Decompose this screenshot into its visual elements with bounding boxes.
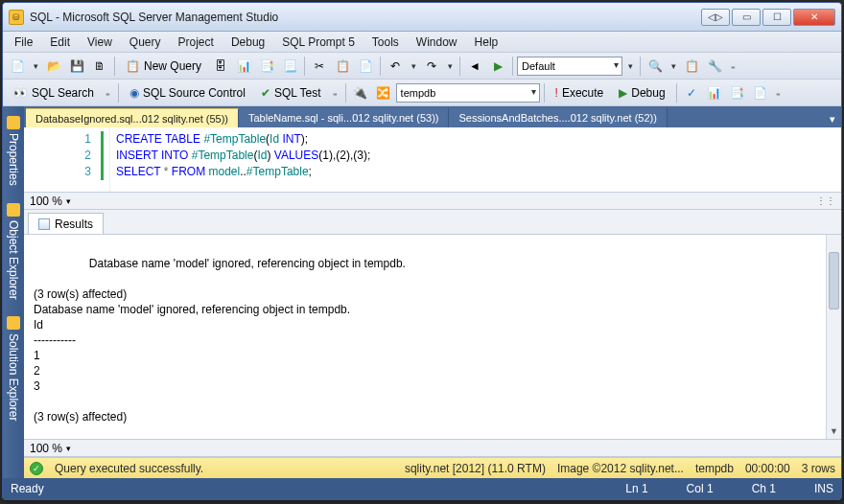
redo-button[interactable]: ↷ <box>421 56 442 77</box>
window-controls: ◁▷ ▭ ☐ ✕ <box>701 9 835 26</box>
menu-help[interactable]: Help <box>467 34 506 51</box>
results-zoom-dropdown-icon[interactable]: ▾ <box>66 444 71 453</box>
change-connection-button[interactable]: 🔀 <box>373 82 394 103</box>
new-project-dropdown[interactable]: ▾ <box>30 61 41 71</box>
object-explorer-icon <box>7 203 20 217</box>
intellisense-button[interactable]: 📄 <box>750 82 771 103</box>
scroll-down-icon[interactable]: ▼ <box>827 424 841 439</box>
solution-explorer-icon <box>7 316 20 330</box>
minimize-button[interactable]: ▭ <box>732 9 761 26</box>
menu-query[interactable]: Query <box>122 34 169 51</box>
close-button[interactable]: ✕ <box>793 9 835 26</box>
sql-test-caret[interactable]: ₌ <box>330 88 341 98</box>
connect-button[interactable]: 🔌 <box>350 82 371 103</box>
editor-zoom-value[interactable]: 100 % <box>30 195 62 208</box>
menu-file[interactable]: File <box>7 34 40 51</box>
save-all-button[interactable]: 🗎 <box>89 56 110 77</box>
code-area[interactable]: CREATE TABLE #TempTable(Id INT);INSERT I… <box>110 127 841 192</box>
status-col: Col 1 <box>687 482 714 495</box>
results-scrollbar[interactable]: ▲ ▼ <box>826 235 841 439</box>
estimated-plan-button[interactable]: 📊 <box>704 82 725 103</box>
db-engine-query-button[interactable]: 🗄 <box>210 56 231 77</box>
execute-icon: ! <box>555 86 558 100</box>
tab-sessions-batches[interactable]: SessionsAndBatches....012 sqlity.net (52… <box>449 108 667 127</box>
toolbox-button[interactable]: 🔧 <box>704 56 725 77</box>
properties-button[interactable]: 📋 <box>681 56 702 77</box>
menu-tools[interactable]: Tools <box>364 34 407 51</box>
new-project-button[interactable]: 📄 <box>7 56 28 77</box>
restore-left-button[interactable]: ◁▷ <box>701 9 730 26</box>
debug-icon: ▶ <box>619 86 627 100</box>
sidebar-tab-solution-explorer[interactable]: Solution Explorer <box>5 310 22 426</box>
undo-dropdown[interactable]: ▾ <box>408 61 419 71</box>
nav-back-button[interactable]: ◄ <box>464 56 485 77</box>
sql-source-control-label: SQL Source Control <box>143 86 246 100</box>
toolbar-secondary: 👀 SQL Search ₌ ◉ SQL Source Control ✔ SQ… <box>3 80 841 106</box>
split-icon[interactable]: ⋮⋮ <box>816 195 835 206</box>
execute-button[interactable]: ! Execute <box>549 82 611 103</box>
find-dropdown[interactable]: ▾ <box>668 61 679 71</box>
debug-button[interactable]: ▶ Debug <box>612 82 671 103</box>
menu-view[interactable]: View <box>80 34 120 51</box>
dmx-query-button[interactable]: 📃 <box>279 56 300 77</box>
config-dropdown-caret[interactable]: ▾ <box>624 61 636 71</box>
parse-button[interactable]: ✓ <box>681 82 702 103</box>
tab-table-name[interactable]: TableName.sql - sqli...012 sqlity.net (5… <box>239 108 450 127</box>
menu-project[interactable]: Project <box>171 34 222 51</box>
copy-button[interactable]: 📋 <box>332 56 353 77</box>
titlebar[interactable]: ⛁ SQL - Microsoft SQL Server Management … <box>3 3 841 32</box>
new-query-icon: 📋 <box>126 59 140 73</box>
results-panel[interactable]: Database name 'model' ignored, referenci… <box>24 235 841 440</box>
results-icon <box>38 218 50 230</box>
paste-button[interactable]: 📄 <box>355 56 376 77</box>
sidebar-tab-properties[interactable]: Properties <box>5 110 22 192</box>
tab-database-ignored[interactable]: DatabaseIgnored.sql...012 sqlity.net (55… <box>26 108 239 127</box>
sql-search-button[interactable]: 👀 SQL Search <box>7 82 101 103</box>
new-query-label: New Query <box>144 59 201 73</box>
solution-config-dropdown[interactable]: Default <box>517 57 622 76</box>
sql-search-label: SQL Search <box>32 86 94 100</box>
document-tabs: DatabaseIgnored.sql...012 sqlity.net (55… <box>24 106 841 127</box>
results-text: Database name 'model' ignored, referenci… <box>34 257 406 424</box>
sql-test-button[interactable]: ✔ SQL Test <box>254 82 328 103</box>
mdx-query-button[interactable]: 📑 <box>256 56 277 77</box>
redo-dropdown[interactable]: ▾ <box>444 61 456 71</box>
sql-editor[interactable]: 123 CREATE TABLE #TempTable(Id INT);INSE… <box>24 127 841 193</box>
status-rows: 3 rows <box>802 462 835 475</box>
new-query-button[interactable]: 📋 New Query <box>119 56 208 77</box>
zoom-dropdown-icon[interactable]: ▾ <box>66 196 71 206</box>
sql-test-icon: ✔ <box>261 86 270 100</box>
status-server: sqlity.net [2012] (11.0 RTM) <box>405 462 546 475</box>
save-button[interactable]: 💾 <box>66 56 87 77</box>
menu-sqlprompt[interactable]: SQL Prompt 5 <box>274 34 363 51</box>
sql-search-icon: 👀 <box>13 86 28 100</box>
open-button[interactable]: 📂 <box>43 56 64 77</box>
options-caret[interactable]: ₌ <box>727 61 738 71</box>
results-zoom-value[interactable]: 100 % <box>30 442 62 455</box>
app-status-bar: Ready Ln 1 Col 1 Ch 1 INS <box>3 478 841 499</box>
find-button[interactable]: 🔍 <box>645 56 666 77</box>
sidebar-tab-object-explorer[interactable]: Object Explorer <box>5 197 22 306</box>
tab-overflow-button[interactable]: ▾ <box>824 110 841 127</box>
sql-source-control-button[interactable]: ◉ SQL Source Control <box>123 82 252 103</box>
results-tab[interactable]: Results <box>28 213 104 234</box>
menu-debug[interactable]: Debug <box>223 34 272 51</box>
menu-edit[interactable]: Edit <box>42 34 78 51</box>
main-window: ⛁ SQL - Microsoft SQL Server Management … <box>2 2 842 500</box>
database-dropdown[interactable]: tempdb <box>396 83 540 103</box>
query-options-button[interactable]: 📑 <box>727 82 748 103</box>
toolbar2-caret[interactable]: ₌ <box>773 88 785 98</box>
maximize-button[interactable]: ☐ <box>762 9 791 26</box>
sql-test-label: SQL Test <box>274 86 321 100</box>
sql-search-caret[interactable]: ₌ <box>103 88 114 98</box>
undo-button[interactable]: ↶ <box>385 56 406 77</box>
results-tab-label: Results <box>55 218 93 231</box>
status-line: Ln 1 <box>625 482 647 495</box>
menu-window[interactable]: Window <box>409 34 465 51</box>
analysis-query-button[interactable]: 📊 <box>233 56 254 77</box>
cut-button[interactable]: ✂ <box>309 56 330 77</box>
window-title: SQL - Microsoft SQL Server Management St… <box>30 11 701 24</box>
start-button[interactable]: ▶ <box>487 56 508 77</box>
scroll-thumb[interactable] <box>829 252 839 309</box>
source-control-icon: ◉ <box>129 86 139 100</box>
